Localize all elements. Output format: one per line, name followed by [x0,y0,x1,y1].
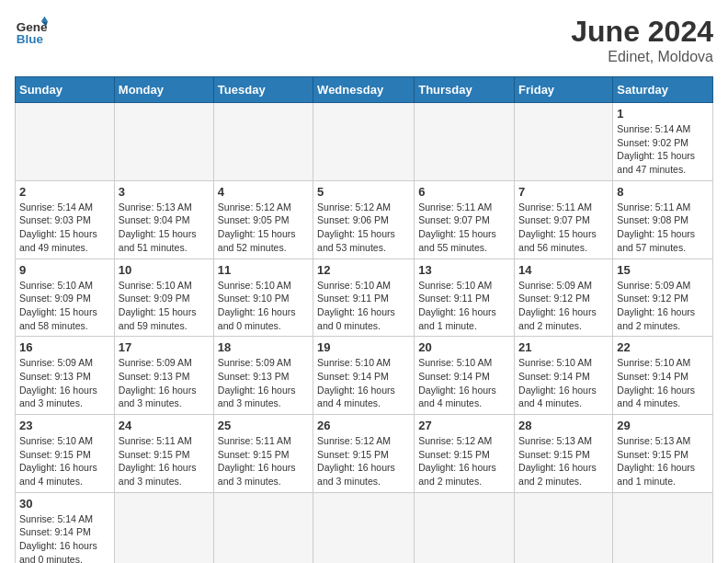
day-info: Sunrise: 5:09 AMSunset: 9:13 PMDaylight:… [218,356,309,410]
day-number: 2 [19,185,110,199]
day-number: 26 [317,419,410,432]
day-info: Sunrise: 5:09 AMSunset: 9:13 PMDaylight:… [119,356,210,410]
day-number: 21 [518,340,609,354]
day-number: 15 [617,263,709,277]
day-info: Sunrise: 5:10 AMSunset: 9:14 PMDaylight:… [317,356,410,410]
calendar-day-cell: 12Sunrise: 5:10 AMSunset: 9:11 PMDayligh… [313,259,415,337]
day-info: Sunrise: 5:12 AMSunset: 9:15 PMDaylight:… [317,434,410,488]
day-number: 4 [218,185,309,199]
day-info: Sunrise: 5:10 AMSunset: 9:14 PMDaylight:… [518,356,609,410]
day-number: 9 [19,263,110,277]
svg-text:Blue: Blue [17,32,44,46]
calendar-day-cell: 3Sunrise: 5:13 AMSunset: 9:04 PMDaylight… [114,180,213,259]
calendar-day-cell: 14Sunrise: 5:09 AMSunset: 9:12 PMDayligh… [515,259,613,337]
day-info: Sunrise: 5:10 AMSunset: 9:11 PMDaylight:… [317,279,410,333]
calendar-day-cell: 6Sunrise: 5:11 AMSunset: 9:07 PMDaylight… [415,180,515,259]
day-info: Sunrise: 5:10 AMSunset: 9:09 PMDaylight:… [119,279,210,333]
day-info: Sunrise: 5:14 AMSunset: 9:03 PMDaylight:… [19,201,110,255]
month-title: June 2024 [571,15,713,49]
calendar-day-cell [313,492,415,563]
calendar-day-cell [213,492,313,563]
day-info: Sunrise: 5:11 AMSunset: 9:07 PMDaylight:… [518,201,609,255]
calendar-day-cell [213,103,313,181]
day-number: 20 [418,340,510,354]
calendar-day-cell: 28Sunrise: 5:13 AMSunset: 9:15 PMDayligh… [515,415,613,493]
calendar-day-cell: 23Sunrise: 5:10 AMSunset: 9:15 PMDayligh… [16,415,115,493]
day-number: 27 [418,419,510,432]
calendar-day-cell [114,492,213,563]
day-number: 3 [119,185,210,199]
day-number: 18 [218,340,309,354]
calendar-day-cell [515,103,613,181]
calendar-day-cell: 30Sunrise: 5:14 AMSunset: 9:14 PMDayligh… [16,492,115,563]
day-number: 30 [19,497,110,511]
day-number: 6 [418,185,510,199]
day-info: Sunrise: 5:12 AMSunset: 9:15 PMDaylight:… [418,434,510,488]
calendar-table: SundayMondayTuesdayWednesdayThursdayFrid… [15,76,713,563]
title-block: June 2024 Edinet, Moldova [571,15,713,65]
day-of-week-header: Tuesday [213,77,313,103]
day-of-week-header: Sunday [16,77,115,103]
calendar-day-cell: 19Sunrise: 5:10 AMSunset: 9:14 PMDayligh… [313,337,415,415]
calendar-day-cell: 25Sunrise: 5:11 AMSunset: 9:15 PMDayligh… [213,415,313,493]
day-number: 28 [518,419,609,432]
calendar-day-cell: 17Sunrise: 5:09 AMSunset: 9:13 PMDayligh… [114,337,213,415]
calendar-day-cell [114,103,213,181]
day-info: Sunrise: 5:13 AMSunset: 9:15 PMDaylight:… [518,434,609,488]
day-number: 10 [119,263,210,277]
day-of-week-header: Thursday [415,77,515,103]
day-info: Sunrise: 5:12 AMSunset: 9:05 PMDaylight:… [218,201,309,255]
calendar-day-cell: 13Sunrise: 5:10 AMSunset: 9:11 PMDayligh… [415,259,515,337]
day-number: 25 [218,419,309,432]
day-of-week-header: Saturday [613,77,713,103]
calendar-day-cell: 21Sunrise: 5:10 AMSunset: 9:14 PMDayligh… [515,337,613,415]
calendar-day-cell: 24Sunrise: 5:11 AMSunset: 9:15 PMDayligh… [114,415,213,493]
svg-marker-2 [41,17,48,21]
calendar-day-cell: 5Sunrise: 5:12 AMSunset: 9:06 PMDaylight… [313,180,415,259]
day-number: 12 [317,263,410,277]
calendar-week-row: 9Sunrise: 5:10 AMSunset: 9:09 PMDaylight… [16,259,713,337]
calendar-day-cell: 15Sunrise: 5:09 AMSunset: 9:12 PMDayligh… [613,259,713,337]
calendar-day-cell [415,492,515,563]
calendar-day-cell [313,103,415,181]
calendar-week-row: 2Sunrise: 5:14 AMSunset: 9:03 PMDaylight… [16,180,713,259]
day-info: Sunrise: 5:10 AMSunset: 9:11 PMDaylight:… [418,279,510,333]
day-info: Sunrise: 5:10 AMSunset: 9:10 PMDaylight:… [218,279,309,333]
day-number: 24 [119,419,210,432]
day-number: 19 [317,340,410,354]
calendar-day-cell: 27Sunrise: 5:12 AMSunset: 9:15 PMDayligh… [415,415,515,493]
calendar-header-row: SundayMondayTuesdayWednesdayThursdayFrid… [16,77,713,103]
day-info: Sunrise: 5:11 AMSunset: 9:08 PMDaylight:… [617,201,709,255]
day-info: Sunrise: 5:10 AMSunset: 9:14 PMDaylight:… [418,356,510,410]
location-subtitle: Edinet, Moldova [571,49,713,65]
calendar-day-cell: 26Sunrise: 5:12 AMSunset: 9:15 PMDayligh… [313,415,415,493]
day-number: 29 [617,419,709,432]
calendar-week-row: 23Sunrise: 5:10 AMSunset: 9:15 PMDayligh… [16,415,713,493]
day-number: 14 [518,263,609,277]
day-number: 5 [317,185,410,199]
calendar-day-cell: 29Sunrise: 5:13 AMSunset: 9:15 PMDayligh… [613,415,713,493]
calendar-day-cell: 16Sunrise: 5:09 AMSunset: 9:13 PMDayligh… [16,337,115,415]
day-info: Sunrise: 5:09 AMSunset: 9:13 PMDaylight:… [19,356,110,410]
logo: General Blue [15,15,48,48]
day-info: Sunrise: 5:12 AMSunset: 9:06 PMDaylight:… [317,201,410,255]
day-number: 1 [617,107,709,121]
day-info: Sunrise: 5:14 AMSunset: 9:14 PMDaylight:… [19,512,110,563]
calendar-day-cell: 11Sunrise: 5:10 AMSunset: 9:10 PMDayligh… [213,259,313,337]
day-number: 11 [218,263,309,277]
calendar-day-cell: 8Sunrise: 5:11 AMSunset: 9:08 PMDaylight… [613,180,713,259]
day-number: 23 [19,419,110,432]
calendar-week-row: 1Sunrise: 5:14 AMSunset: 9:02 PMDaylight… [16,103,713,181]
day-info: Sunrise: 5:13 AMSunset: 9:04 PMDaylight:… [119,201,210,255]
day-number: 16 [19,340,110,354]
day-info: Sunrise: 5:11 AMSunset: 9:07 PMDaylight:… [418,201,510,255]
calendar-day-cell: 7Sunrise: 5:11 AMSunset: 9:07 PMDaylight… [515,180,613,259]
day-info: Sunrise: 5:11 AMSunset: 9:15 PMDaylight:… [119,434,210,488]
logo-icon: General Blue [15,15,48,48]
calendar-day-cell [415,103,515,181]
calendar-day-cell [515,492,613,563]
day-info: Sunrise: 5:14 AMSunset: 9:02 PMDaylight:… [617,122,709,177]
day-number: 22 [617,340,709,354]
calendar-day-cell: 20Sunrise: 5:10 AMSunset: 9:14 PMDayligh… [415,337,515,415]
day-info: Sunrise: 5:10 AMSunset: 9:15 PMDaylight:… [19,434,110,488]
